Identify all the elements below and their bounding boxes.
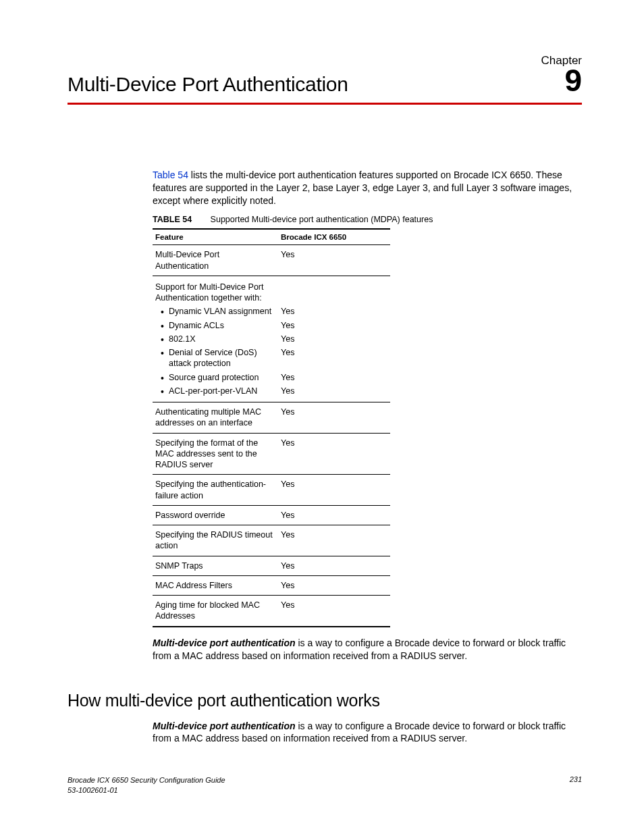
section-paragraph: Multi-device port authentication is a wa… xyxy=(153,720,582,746)
table-row: Multi-Device Port AuthenticationYes xyxy=(153,245,390,276)
bullet-text: Source guard protection xyxy=(169,372,273,383)
feature-cell: MAC Address Filters xyxy=(153,575,278,595)
feature-cell: Support for Multi-Device Port Authentica… xyxy=(153,276,278,305)
value-cell: Yes xyxy=(278,556,390,575)
table-row: Specifying the authentication-failure ac… xyxy=(153,475,390,506)
value-cell: Yes xyxy=(278,371,390,384)
table-row: Support for Multi-Device Port Authentica… xyxy=(153,276,390,305)
value-cell: Yes xyxy=(278,575,390,595)
table-row: MAC Address FiltersYes xyxy=(153,575,390,595)
bullet-icon: • xyxy=(155,334,161,344)
section-term: Multi-device port authentication xyxy=(153,721,296,731)
feature-cell: Password override xyxy=(153,505,278,525)
table-row: •Dynamic ACLsYes xyxy=(153,319,390,332)
table-header-feature: Feature xyxy=(153,229,278,245)
chapter-header: Multi-Device Port Authentication 9 xyxy=(68,65,582,96)
value-cell xyxy=(278,276,390,305)
intro-text: lists the multi-device port authenticati… xyxy=(153,170,572,206)
table-row: •802.1XYes xyxy=(153,332,390,346)
table-caption: TABLE 54 Supported Multi-device port aut… xyxy=(153,214,582,226)
chapter-title: Multi-Device Port Authentication xyxy=(68,73,348,96)
bullet-text: Denial of Service (DoS) attack protectio… xyxy=(169,347,273,369)
feature-cell: Specifying the RADIUS timeout action xyxy=(153,525,278,556)
table-row: Specifying the format of the MAC address… xyxy=(153,433,390,475)
value-cell: Yes xyxy=(278,332,390,346)
bullet-text: Dynamic ACLs xyxy=(169,320,273,331)
feature-cell: •Dynamic VLAN assignment xyxy=(153,305,278,318)
table-label-number: TABLE 54 xyxy=(153,215,192,224)
intro-paragraph: Table 54 lists the multi-device port aut… xyxy=(153,169,582,207)
bullet-icon: • xyxy=(155,347,161,369)
bullet-icon: • xyxy=(155,386,161,396)
footer-doc-number: 53-1002601-01 xyxy=(68,785,225,795)
footer-doc-title: Brocade ICX 6650 Security Configuration … xyxy=(68,775,225,785)
bullet-icon: • xyxy=(155,320,161,331)
value-cell: Yes xyxy=(278,319,390,332)
table-row: SNMP TrapsYes xyxy=(153,556,390,575)
bullet-text: ACL-per-port-per-VLAN xyxy=(169,386,273,396)
feature-cell: •Dynamic ACLs xyxy=(153,319,278,332)
table-row: •Source guard protectionYes xyxy=(153,371,390,384)
value-cell: Yes xyxy=(278,305,390,318)
value-cell: Yes xyxy=(278,402,390,434)
definition-paragraph: Multi-device port authentication is a wa… xyxy=(153,637,582,662)
feature-cell: •Source guard protection xyxy=(153,371,278,384)
page-footer: Brocade ICX 6650 Security Configuration … xyxy=(68,775,582,795)
bullet-text: 802.1X xyxy=(169,334,273,344)
footer-page-number: 231 xyxy=(570,775,582,795)
feature-cell: Specifying the format of the MAC address… xyxy=(153,433,278,475)
value-cell: Yes xyxy=(278,475,390,506)
features-tbody: Multi-Device Port AuthenticationYesSuppo… xyxy=(153,245,390,627)
chapter-number: 9 xyxy=(564,65,582,96)
feature-cell: •802.1X xyxy=(153,332,278,346)
feature-cell: SNMP Traps xyxy=(153,556,278,575)
feature-cell: •Denial of Service (DoS) attack protecti… xyxy=(153,346,278,371)
bullet-icon: • xyxy=(155,306,161,317)
footer-left: Brocade ICX 6650 Security Configuration … xyxy=(68,775,225,795)
table-row: •Denial of Service (DoS) attack protecti… xyxy=(153,346,390,371)
feature-cell: Authenticating multiple MAC addresses on… xyxy=(153,402,278,434)
features-table: Feature Brocade ICX 6650 Multi-Device Po… xyxy=(153,228,390,627)
table-row: Specifying the RADIUS timeout actionYes xyxy=(153,525,390,556)
table-label-title: Supported Multi-device port authenticati… xyxy=(211,215,433,224)
table-row: Password overrideYes xyxy=(153,505,390,525)
table-row: Authenticating multiple MAC addresses on… xyxy=(153,402,390,434)
page: Chapter Multi-Device Port Authentication… xyxy=(0,0,644,834)
table-header-device: Brocade ICX 6650 xyxy=(278,229,390,245)
bullet-icon: • xyxy=(155,372,161,383)
table-row: •Dynamic VLAN assignmentYes xyxy=(153,305,390,318)
feature-cell: Multi-Device Port Authentication xyxy=(153,245,278,276)
chapter-divider xyxy=(68,103,582,105)
table-xref-link[interactable]: Table 54 xyxy=(153,170,188,180)
feature-cell: Specifying the authentication-failure ac… xyxy=(153,475,278,506)
value-cell: Yes xyxy=(278,245,390,276)
feature-cell: •ACL-per-port-per-VLAN xyxy=(153,384,278,402)
bullet-text: Dynamic VLAN assignment xyxy=(169,306,273,317)
value-cell: Yes xyxy=(278,433,390,475)
value-cell: Yes xyxy=(278,346,390,371)
value-cell: Yes xyxy=(278,505,390,525)
table-row: Aging time for blocked MAC AddressesYes xyxy=(153,596,390,627)
value-cell: Yes xyxy=(278,596,390,627)
value-cell: Yes xyxy=(278,384,390,402)
table-row: •ACL-per-port-per-VLANYes xyxy=(153,384,390,402)
feature-cell: Aging time for blocked MAC Addresses xyxy=(153,596,278,627)
body: Table 54 lists the multi-device port aut… xyxy=(153,169,582,662)
section-body: Multi-device port authentication is a wa… xyxy=(153,720,582,746)
section-heading: How multi-device port authentication wor… xyxy=(68,691,582,710)
definition-term: Multi-device port authentication xyxy=(153,637,296,648)
value-cell: Yes xyxy=(278,525,390,556)
